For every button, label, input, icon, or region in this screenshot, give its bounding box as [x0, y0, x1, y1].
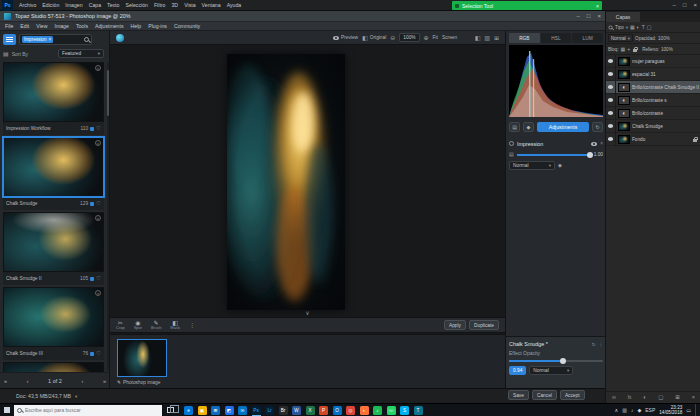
layer-thumbnail[interactable]	[618, 135, 630, 144]
menu-archivo[interactable]: Archivo	[19, 2, 36, 8]
taskbar-icon-edge[interactable]: e	[183, 404, 194, 416]
menu-plugins[interactable]: Plug-ins	[148, 23, 167, 29]
duplicate-button[interactable]: Duplicate	[469, 320, 499, 330]
preset-card[interactable]: i Impression Workflow 110 ♡	[3, 62, 104, 135]
layer-thumbnail[interactable]	[618, 70, 630, 79]
visibility-toggle[interactable]	[606, 94, 616, 107]
layer-thumbnail[interactable]	[618, 122, 630, 131]
toggle-icon[interactable]	[509, 141, 514, 146]
language-indicator[interactable]: ESP	[645, 408, 655, 413]
save-button[interactable]: Save	[508, 390, 529, 400]
settings-icon[interactable]: ◆	[558, 163, 562, 168]
lock-position-icon[interactable]: +	[627, 47, 630, 52]
menu-ventana[interactable]: Ventana	[202, 2, 221, 8]
menu-help[interactable]: Help	[131, 23, 142, 29]
tab-rgb[interactable]: RGB	[509, 33, 540, 43]
preset-thumbnail[interactable]: i	[3, 212, 104, 272]
refresh-icon[interactable]: ↻	[592, 342, 596, 347]
screen-button[interactable]: Screen	[442, 35, 457, 40]
layer-blend-dropdown[interactable]: Normal ▾	[608, 34, 633, 42]
grid-view-icon[interactable]: ▤	[3, 51, 9, 57]
preset-thumbnail[interactable]: i	[3, 62, 104, 122]
opacity-slider[interactable]	[517, 154, 591, 156]
blend-mode-dropdown[interactable]: Normal ▾	[509, 161, 555, 170]
preset-thumbnail[interactable]: i	[3, 137, 104, 197]
more-options-icon[interactable]: ⋮	[189, 322, 195, 328]
taskbar-icon-file-explorer[interactable]: ▣	[197, 404, 208, 416]
maximize-icon[interactable]: □	[683, 2, 687, 8]
taskbar-icon-spotify[interactable]: ♪	[372, 404, 383, 416]
search-input[interactable]	[25, 407, 145, 413]
taskbar-icon-chrome[interactable]: ◎	[345, 404, 356, 416]
visibility-toggle[interactable]	[606, 68, 616, 81]
visibility-toggle[interactable]	[606, 133, 616, 146]
preset-search-input[interactable]: Impression ×	[19, 34, 92, 45]
menu-vista[interactable]: Vista	[184, 2, 195, 8]
menu-edicion[interactable]: Edición	[42, 2, 59, 8]
cancel-button[interactable]: Cancel	[532, 390, 557, 400]
heart-icon[interactable]: ♡	[96, 126, 101, 132]
pixel-filter-icon[interactable]: ▦	[630, 25, 635, 30]
basic-adjustments-icon[interactable]: ▤	[509, 122, 520, 132]
thumbs-up-icon[interactable]	[90, 352, 94, 356]
taskbar-icon-mail[interactable]: ✉	[237, 404, 248, 416]
info-icon[interactable]: i	[95, 215, 101, 221]
status-chevron-icon[interactable]: ▾	[75, 394, 77, 399]
adjustment-layer-icon[interactable]: ◐	[643, 394, 646, 400]
taskbar-icon-firefox[interactable]: ◗	[359, 404, 370, 416]
effect-header[interactable]: Chalk Smudge * ↻ ⋮	[509, 339, 603, 349]
close-icon[interactable]: ×	[693, 2, 697, 8]
adjustment-layer-icon[interactable]: ◐	[618, 96, 630, 105]
adjustment-layer-icon[interactable]: ◐	[618, 109, 630, 118]
last-page-icon[interactable]: »	[103, 378, 106, 384]
menu-edit[interactable]: Edit	[20, 23, 29, 29]
menu-tools[interactable]: Tools	[76, 23, 88, 29]
taskbar-icon-word[interactable]: W	[291, 404, 302, 416]
selection-tool-banner[interactable]: Selection Tool ×	[452, 1, 602, 10]
delete-layer-icon[interactable]: ×	[692, 394, 695, 400]
visibility-toggle[interactable]	[606, 120, 616, 133]
menu-adjustments[interactable]: Adjustments	[95, 23, 124, 29]
opacity-value[interactable]: 100%	[658, 36, 670, 41]
heart-icon[interactable]: ♡	[96, 351, 101, 357]
effect-blend-dropdown[interactable]: Normal ▾	[529, 366, 573, 375]
taskbar-clock[interactable]: 23:23 14/05/2018	[659, 405, 682, 415]
layer-row[interactable]: mujer paraguas	[606, 55, 700, 68]
visibility-toggle[interactable]	[606, 107, 616, 120]
library-scrollbar[interactable]	[107, 62, 110, 370]
effect-opacity-value[interactable]: 0.94	[509, 366, 526, 375]
apply-button[interactable]: Apply	[444, 320, 466, 330]
menu-texto[interactable]: Texto	[107, 2, 119, 8]
layer-row-selected[interactable]: ◐ Brillo/contraste Chalk Smudge II	[606, 81, 700, 94]
layer-name[interactable]: espacial 31	[632, 72, 700, 77]
taskbar-icon-store[interactable]: ⊞	[210, 404, 221, 416]
layer-mask-icon[interactable]: ▢	[658, 394, 663, 400]
grid-view-icon[interactable]: ⊞	[494, 35, 499, 41]
minimize-icon[interactable]: –	[673, 2, 676, 8]
taskbar-icon-skype[interactable]: S	[399, 404, 410, 416]
visibility-toggle[interactable]	[606, 55, 616, 68]
tray-network-icon[interactable]: ▥	[622, 408, 627, 413]
info-icon[interactable]: i	[95, 290, 101, 296]
menu-image[interactable]: Image	[54, 23, 68, 29]
layer-thumbnail[interactable]	[618, 57, 630, 66]
menu-toggle-button[interactable]	[3, 34, 16, 45]
taskbar-icon-lightroom[interactable]: Lr	[264, 404, 275, 416]
taskbar-icon-photoshop[interactable]: Ps	[251, 404, 262, 416]
taskbar-icon-outlook[interactable]: O	[332, 404, 343, 416]
menu-ayuda[interactable]: Ayuda	[227, 2, 242, 8]
accept-button[interactable]: Accept	[560, 390, 585, 400]
remove-adjustment-icon[interactable]: ×	[600, 141, 603, 146]
heart-icon[interactable]: ♡	[96, 201, 101, 207]
layer-name[interactable]: Brillo/contraste	[632, 111, 700, 116]
search-icon[interactable]	[84, 37, 89, 42]
taskbar-icon-topaz[interactable]: T	[413, 404, 424, 416]
tab-hsl[interactable]: HSL	[541, 33, 572, 43]
zoom-out-icon[interactable]: ⊖	[390, 35, 395, 41]
collapse-filmstrip-chevron[interactable]: ∨	[110, 310, 505, 316]
preset-card[interactable]: i Chalk Smudge III 76 ♡	[3, 287, 104, 360]
zoom-level[interactable]: 100%	[399, 33, 419, 42]
visibility-eye-icon[interactable]	[591, 142, 597, 146]
taskbar-icon-bridge[interactable]: Br	[278, 404, 289, 416]
show-desktop-button[interactable]	[695, 404, 698, 416]
